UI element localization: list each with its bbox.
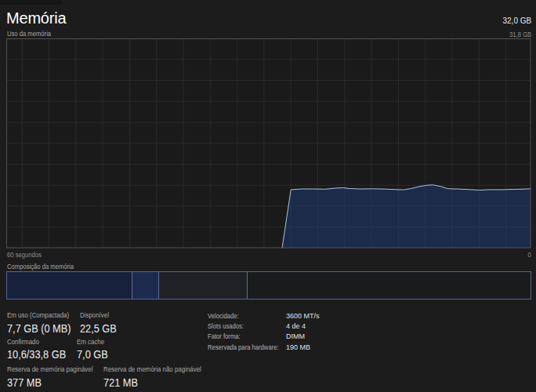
stat-available-value: 22,5 GB [80,321,117,335]
x-axis-right-label: 0 [528,251,531,259]
memory-total-capacity: 32,0 GB [502,16,531,25]
stat-non-paged-pool: Reserva de memória não paginável 721 MB [103,365,208,389]
stat-available: Disponível 22,5 GB [80,311,123,335]
detail-form-factor-label: Fator forma: [208,332,274,340]
detail-row-hardware-reserved: Reservada para hardware: 190 MB [208,343,320,351]
page-title: Memória [6,8,66,28]
stat-in-use: Em uso (Compactada) 7,7 GB (0 MB) [7,311,82,335]
stat-non-paged-pool-value: 721 MB [103,376,193,389]
hardware-details: Velocidade: 3600 MT/s Slots usados: 4 de… [208,312,320,354]
detail-row-form-factor: Fator forma: DIMM [208,332,320,340]
detail-speed-value: 3600 MT/s [286,312,320,320]
stat-cached-label: Em cache [77,338,110,346]
detail-hardware-reserved-value: 190 MB [286,343,310,351]
window-corner-shade [0,0,61,5]
composition-segment-modified[interactable] [132,272,159,299]
x-axis-left-label: 60 segundos [7,251,42,259]
stat-in-use-label: Em uso (Compactada) [7,311,77,319]
composition-segment-in-use[interactable] [7,272,132,299]
memory-usage-chart[interactable] [6,38,531,249]
stat-paged-pool-value: 377 MB [7,376,85,389]
stat-paged-pool-label: Reserva de memória paginável [7,365,92,373]
stat-available-label: Disponível [80,311,120,319]
stat-non-paged-pool-label: Reserva de memória não paginável [103,365,201,373]
detail-hardware-reserved-label: Reservada para hardware: [208,343,274,351]
stat-paged-pool: Reserva de memória paginável 377 MB [7,365,100,389]
stat-committed: Confirmado 10,6/33,8 GB [7,338,76,361]
usage-graph-label: Uso da memória [7,30,51,38]
stat-committed-value: 10,6/33,8 GB [7,347,66,361]
stat-committed-label: Confirmado [7,338,71,346]
detail-form-factor-value: DIMM [286,332,305,340]
composition-label: Composição da memória [7,263,74,270]
detail-row-speed: Velocidade: 3600 MT/s [208,312,320,320]
detail-row-slots: Slots usados: 4 de 4 [208,322,320,330]
usage-graph-max-label: 31,8 GB [509,31,531,38]
detail-speed-label: Velocidade: [208,312,274,320]
detail-slots-label: Slots usados: [208,322,274,330]
stat-in-use-value: 7,7 GB (0 MB) [7,321,71,335]
composition-segment-standby[interactable] [159,272,248,299]
detail-slots-value: 4 de 4 [286,322,306,330]
memory-page: Memória 32,0 GB Uso da memória 31,8 GB 6… [0,0,536,392]
memory-composition-bar[interactable] [6,271,531,299]
stat-cached: Em cache 7,0 GB [77,338,114,361]
composition-segment-free[interactable] [248,272,531,299]
stat-cached-value: 7,0 GB [77,347,108,361]
